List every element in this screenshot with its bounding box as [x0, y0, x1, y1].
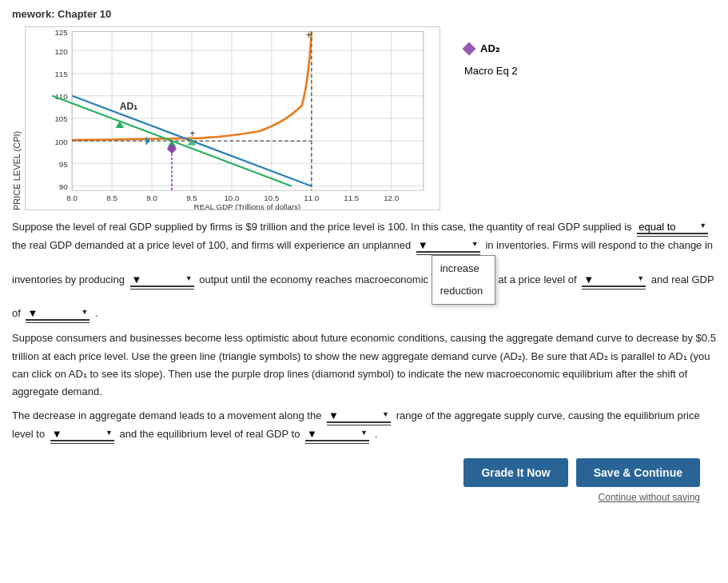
svg-text:AD₁: AD₁: [120, 101, 137, 112]
page-title: mework: Chapter 10: [12, 8, 716, 20]
q1-select3[interactable]: ▼ more less: [130, 274, 194, 287]
reduction-option[interactable]: reduction: [432, 280, 495, 302]
svg-text:9.5: 9.5: [186, 194, 197, 202]
increase-reduction-popup[interactable]: increase reduction: [432, 255, 495, 305]
svg-text:90: 90: [59, 182, 68, 191]
q3-select1-wrapper[interactable]: ▼ short-run long-run: [327, 407, 391, 425]
q3-suffix: and the equilibrium level of real GDP to: [119, 428, 300, 440]
svg-text:11.0: 11.0: [304, 194, 320, 202]
svg-text:9.0: 9.0: [146, 194, 157, 202]
increase-option[interactable]: increase: [432, 258, 495, 280]
q1-select2[interactable]: ▼ increase decrease: [416, 239, 480, 253]
svg-text:115: 115: [54, 70, 68, 78]
button-row: Grade It Now Save & Continue: [463, 458, 700, 487]
svg-text:125: 125: [54, 28, 68, 37]
q3-select3-wrapper[interactable]: ▼ increase decrease: [305, 425, 369, 444]
svg-text:10.5: 10.5: [264, 194, 280, 202]
q1-prefix: Suppose the level of real GDP supplied b…: [12, 221, 632, 233]
save-continue-button[interactable]: Save & Continue: [576, 458, 700, 487]
q3-select1[interactable]: ▼ short-run long-run: [327, 409, 391, 423]
q1-select5[interactable]: ▼ 9.0 9.5 10.0: [26, 307, 90, 321]
svg-text:105: 105: [54, 114, 68, 123]
svg-text:8.0: 8.0: [66, 194, 78, 202]
svg-text:95: 95: [59, 160, 68, 169]
q1-suffix3: at a price level of: [498, 274, 576, 286]
q3-prefix: The decrease in aggregate demand leads t…: [12, 409, 321, 421]
macro-eq2-label: Macro Eq 2: [464, 65, 517, 77]
q3-select3[interactable]: ▼ increase decrease: [305, 428, 369, 441]
svg-text:REAL GDP (Trillions of dollars: REAL GDP (Trillions of dollars): [194, 202, 301, 210]
q1-select2-wrapper[interactable]: ▼ increase decrease: [416, 237, 480, 255]
svg-text:120: 120: [54, 47, 68, 56]
q1-select5-wrapper[interactable]: ▼ 9.0 9.5 10.0: [26, 305, 90, 323]
q1-select3-wrapper[interactable]: ▼ more less: [130, 271, 194, 290]
q1-select1[interactable]: equal to greater than less than: [637, 221, 708, 234]
grade-button[interactable]: Grade It Now: [463, 458, 567, 487]
ad2-legend-item: AD₂: [464, 42, 499, 54]
q1-select4[interactable]: ▼ 100 105 110: [582, 274, 646, 287]
q1-suffix2: output until the economy reaches macroec…: [199, 274, 428, 286]
svg-text:8.5: 8.5: [106, 194, 117, 202]
chart-legend: AD₂ Macro Eq 2: [464, 26, 517, 83]
svg-text:+: +: [306, 29, 312, 41]
bottom-actions: Grade It Now Save & Continue Continue wi…: [12, 458, 716, 503]
question2-block: Suppose consumers and businesses become …: [12, 329, 716, 400]
macro-eq2-item: Macro Eq 2: [464, 61, 517, 77]
y-axis-label: PRICE LEVEL (CPI): [12, 26, 22, 210]
svg-text:12.0: 12.0: [384, 194, 400, 202]
q3-select2[interactable]: ▼ increase decrease: [50, 428, 114, 441]
svg-text:11.5: 11.5: [344, 194, 360, 202]
ad2-label: AD₂: [480, 42, 499, 54]
svg-text:100: 100: [54, 138, 68, 146]
question3-block: The decrease in aggregate demand leads t…: [12, 407, 716, 444]
continue-without-saving-link[interactable]: Continue without saving: [599, 492, 700, 503]
q1-period: .: [95, 307, 98, 319]
q1-select4-wrapper[interactable]: ▼ 100 105 110: [582, 271, 646, 290]
ad2-diamond-icon: [463, 42, 476, 55]
chart-container: 90 95 100 105 110 115 120 125 8.0 8.5 9.…: [25, 26, 440, 210]
q2-text: Suppose consumers and businesses become …: [12, 332, 716, 397]
svg-text:+: +: [190, 128, 196, 139]
q1-select1-wrapper[interactable]: equal to greater than less than: [637, 218, 708, 237]
svg-text:10.0: 10.0: [224, 194, 240, 202]
q3-period: .: [375, 428, 378, 440]
q3-select2-wrapper[interactable]: ▼ increase decrease: [50, 425, 114, 444]
question1-block: Suppose the level of real GDP supplied b…: [12, 218, 716, 323]
q1-middle: the real GDP demanded at a price level o…: [12, 239, 411, 251]
